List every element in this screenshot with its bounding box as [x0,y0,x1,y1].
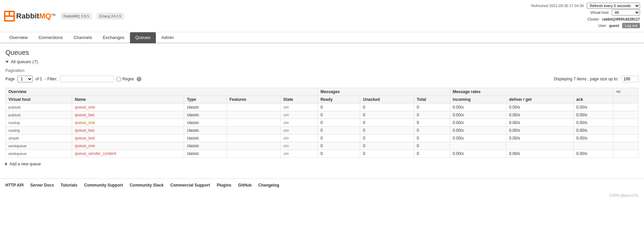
logo-text: RabbitMQTM [16,12,56,21]
cell-vhost: routing [6,119,72,127]
cell-extra [613,134,639,142]
cell-incoming: 0.00/s [450,119,506,127]
add-queue-icon [5,162,7,166]
cell-features [227,104,280,111]
footer-link[interactable]: Tutorials [61,183,77,188]
cell-total: 0 [414,111,450,119]
cell-type: classic [184,127,227,134]
table-row[interactable]: pubsub queue_two classic idle 0 0 0 0.00… [6,111,639,119]
cell-type: classic [184,134,227,142]
cell-vhost: pubsub [6,111,72,119]
cell-incoming: 0.00/s [450,150,506,158]
cell-ack: 0.00/s [573,119,613,127]
col-state: State [280,96,317,104]
all-queues-label: All queues (7) [11,59,38,64]
display-info: Displaying 7 items , page size up to: [554,76,639,82]
cell-deliver [506,142,573,150]
table-row[interactable]: routing queue_two classic idle 0 0 0 0.0… [6,127,639,134]
cell-state: idle [280,142,317,150]
cell-ack [573,142,613,150]
cell-deliver: 0.00/s [506,111,573,119]
nav-channels[interactable]: Channels [68,32,97,43]
table-row[interactable]: simple queue_test classic idle 0 0 0 0.0… [6,134,639,142]
svg-rect-3 [5,17,13,20]
pagination-label: Pagination [5,68,639,73]
cell-type: classic [184,150,227,158]
logo-tm: TM [51,13,56,16]
refreshed-info: Refreshed 2021-09-30 17:34:38 [531,4,584,8]
cell-deliver: 0.00/s [506,150,573,158]
add-queue-label: Add a new queue [9,162,41,166]
footer-link[interactable]: Changelog [258,183,279,188]
table-row[interactable]: pubsub queue_one classic idle 0 0 0 0.00… [6,104,639,111]
footer-link[interactable]: Server Docs [30,183,54,188]
cell-ready: 0 [317,150,360,158]
nav-exchanges[interactable]: Exchanges [97,32,130,43]
col-ready: Ready [317,96,360,104]
columns-toggle[interactable]: +/- [613,88,639,96]
add-queue-toggle[interactable]: Add a new queue [5,162,639,166]
col-total: Total [414,96,450,104]
cluster-label: Cluster [587,17,599,21]
cell-ready: 0 [317,111,360,119]
col-unacked: Unacked [360,96,414,104]
table-row[interactable]: workqueue queue_sender_content classic i… [6,150,639,158]
svg-rect-1 [5,12,9,15]
table-row[interactable]: workqueue queue_one classic idle 0 0 0 [6,142,639,150]
all-queues-section[interactable]: All queues (7) [5,59,639,64]
filter-input[interactable] [60,76,114,82]
footer-link[interactable]: Plugins [217,183,231,188]
cell-type: classic [184,104,227,111]
nav-connections[interactable]: Connections [33,32,68,43]
cell-incoming: 0.00/s [450,134,506,142]
footer-link[interactable]: Community Support [84,183,123,188]
queues-table: Overview Messages Message rates +/- Virt… [5,88,639,158]
cell-ready: 0 [317,134,360,142]
cell-features [227,150,280,158]
erlang-version: Erlang 24.0.5 [97,13,124,19]
cell-deliver: 0.00/s [506,104,573,111]
main-content: Queues All queues (7) Pagination Page 1 … [0,43,644,172]
cell-features [227,111,280,119]
nav-queues[interactable]: Queues [130,32,156,43]
cell-name: queue_test [72,134,184,142]
cell-ack: 0.00/s [573,150,613,158]
cell-total: 0 [414,134,450,142]
regex-checkbox[interactable] [116,77,121,81]
add-queue-section: Add a new queue [5,162,639,166]
cell-name: queue_sender_content [72,150,184,158]
page-size-input[interactable] [622,76,639,82]
regex-label: Regex [122,77,134,81]
nav-overview[interactable]: Overview [4,32,33,43]
cell-unacked: 0 [360,119,414,127]
page-select[interactable]: 1 [18,76,33,82]
header: RabbitMQTM RabbitMQ 3.9.5 Erlang 24.0.5 … [0,0,644,32]
logout-button[interactable]: Log out [622,23,640,28]
refresh-select[interactable]: Refresh every 5 seconds Refresh every 10… [587,3,640,9]
cell-unacked: 0 [360,134,414,142]
page-label: Page [5,77,15,81]
vhost-select[interactable]: All pubsub routing simple workqueue [612,9,640,15]
cell-unacked: 0 [360,111,414,119]
cell-ready: 0 [317,104,360,111]
cell-total: 0 [414,119,450,127]
footer-link[interactable]: Commercial Support [170,183,210,188]
cell-ready: 0 [317,119,360,127]
nav-admin[interactable]: Admin [156,32,179,43]
footer-link[interactable]: HTTP API [5,183,24,188]
logo: RabbitMQTM [4,11,56,22]
footer-link[interactable]: GitHub [238,183,251,188]
user-value: guest [609,24,619,28]
table-row[interactable]: routing queue_one classic idle 0 0 0 0.0… [6,119,639,127]
nav: Overview Connections Channels Exchanges … [0,32,644,43]
cell-name: queue_two [72,111,184,119]
header-right: Refreshed 2021-09-30 17:34:38 Refresh ev… [531,3,640,29]
cell-vhost: pubsub [6,104,72,111]
rabbitmq-logo-icon [4,11,15,22]
cell-unacked: 0 [360,127,414,134]
cell-ack: 0.00/s [573,134,613,142]
cell-ack: 0.00/s [573,111,613,119]
col-type: Type [184,96,227,104]
help-icon[interactable]: ? [137,77,141,81]
footer-link[interactable]: Community Slack [130,183,164,188]
